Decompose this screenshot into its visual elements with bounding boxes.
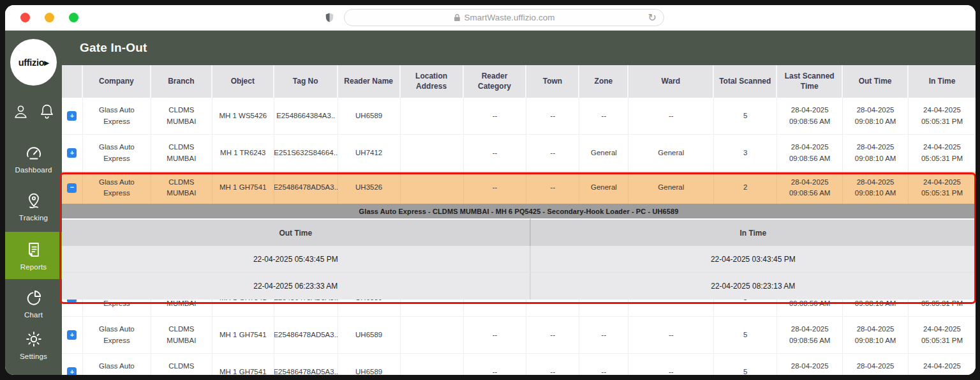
- sidebar-item-label: Tracking: [19, 214, 48, 222]
- detail-column-in-time: In Time: [531, 218, 976, 246]
- expand-row-button[interactable]: +: [67, 300, 77, 303]
- column-header[interactable]: Last Scanned Time: [777, 65, 843, 98]
- cell: 28-04-2025 09:08:56 AM: [777, 172, 843, 204]
- minimize-window-button[interactable]: [45, 13, 54, 22]
- user-icon[interactable]: [11, 103, 30, 120]
- cell: Glass Auto Express: [83, 317, 151, 354]
- dashboard-speedometer-icon: [24, 143, 44, 162]
- expand-row-button[interactable]: +: [67, 330, 77, 340]
- cell: UH3526: [338, 172, 401, 204]
- page-title: Gate In-Out: [62, 31, 976, 65]
- cell: --: [579, 354, 628, 375]
- cell: CLDMS MUMBAI: [151, 300, 212, 317]
- column-header[interactable]: Out Time: [843, 65, 909, 98]
- cell: UH6589: [338, 317, 401, 354]
- cell: MH 1 GH7541: [212, 172, 274, 204]
- sidebar-item-reports[interactable]: Reports: [5, 232, 62, 279]
- column-header[interactable]: Company: [83, 65, 151, 98]
- detail-out-time-value: 22-04-2025 05:43:45 PM: [62, 246, 531, 273]
- sidebar-item-label: Reports: [20, 263, 47, 271]
- sidebar-item-dashboard[interactable]: Dashboard: [5, 143, 62, 174]
- cell: UH6589: [338, 354, 401, 375]
- cell: --: [464, 135, 527, 172]
- sidebar-item-label: Dashboard: [15, 166, 52, 174]
- cell: [401, 172, 464, 204]
- cell: E25486478AD5A3..: [274, 172, 338, 204]
- cell: MH 1 GH7541: [212, 354, 274, 375]
- column-header[interactable]: In Time: [909, 65, 976, 98]
- shield-icon[interactable]: [324, 11, 335, 24]
- gate-in-out-table: +Glass Auto ExpressCLDMS MUMBAIMH 1 WS54…: [62, 98, 976, 375]
- cell: E2548664384A3..: [274, 98, 338, 135]
- cell: 28-04-2025 09:08:10 AM: [843, 354, 909, 375]
- detail-title: Glass Auto Express - CLDMS MUMBAI - MH 6…: [62, 204, 976, 218]
- column-header[interactable]: Reader Name: [338, 65, 401, 98]
- cell: --: [628, 354, 714, 375]
- cell: 28-04-2025 09:08:56 AM: [777, 354, 843, 375]
- column-header[interactable]: Reader Category: [464, 65, 527, 98]
- cell: --: [579, 300, 628, 317]
- table-row: +Glass Auto ExpressCLDMS MUMBAIMH 1 WS54…: [62, 98, 976, 135]
- cell: 28-04-2025 09:08:56 AM: [777, 300, 843, 317]
- cell: Glass Auto Express: [83, 172, 151, 204]
- sidebar-item-settings[interactable]: Settings: [5, 330, 62, 360]
- column-header[interactable]: Town: [526, 65, 579, 98]
- column-header[interactable]: Branch: [151, 65, 212, 98]
- table-header-row: CompanyBranchObjectTag NoReader NameLoca…: [62, 65, 976, 98]
- cell: 24-04-2025 05:05:31 PM: [909, 135, 976, 172]
- expand-row-button[interactable]: +: [67, 367, 77, 375]
- cell: Glass Auto Express: [83, 98, 151, 135]
- detail-in-time-value: 22-04-2025 08:23:13 AM: [531, 273, 976, 300]
- sidebar-item-tracking[interactable]: Tracking: [5, 191, 62, 222]
- cell: --: [464, 98, 527, 135]
- cell: --: [628, 98, 714, 135]
- cell: MH 1 GH7541: [212, 317, 274, 354]
- column-header[interactable]: Location Address: [401, 65, 464, 98]
- column-header[interactable]: Tag No: [274, 65, 338, 98]
- cell: Glass Auto Express: [83, 300, 151, 317]
- close-window-button[interactable]: [20, 13, 30, 22]
- cell: UH6589: [338, 98, 401, 135]
- cell: --: [526, 317, 579, 354]
- cell: General: [628, 135, 714, 172]
- sidebar: uffizio▸: [5, 31, 62, 375]
- sidebar-item-label: Settings: [20, 353, 47, 360]
- cell: 5: [714, 300, 777, 317]
- cell: 28-04-2025 09:08:56 AM: [777, 98, 843, 135]
- expand-row-button[interactable]: +: [67, 148, 77, 158]
- cell: 5: [714, 354, 777, 375]
- sidebar-item-chart[interactable]: Chart: [5, 288, 62, 319]
- refresh-icon[interactable]: ↻: [648, 10, 657, 26]
- column-header[interactable]: Ward: [628, 65, 714, 98]
- cell: CLDMS MUMBAI: [151, 354, 212, 375]
- cell: Glass Auto Express: [83, 135, 151, 172]
- column-header[interactable]: Total Scanned: [714, 65, 777, 98]
- table-row: +Glass Auto ExpressCLDMS MUMBAIMH 1 TR62…: [62, 135, 976, 172]
- column-header[interactable]: Zone: [579, 65, 628, 98]
- cell: 28-04-2025 09:08:10 AM: [843, 135, 909, 172]
- column-header[interactable]: [62, 65, 83, 98]
- cell: 24-04-2025 05:05:31 PM: [909, 317, 976, 354]
- chart-pie-icon: [24, 288, 43, 307]
- address-bar[interactable]: SmartWaste.uffizio.com ↻: [344, 9, 664, 26]
- tracking-map-pin-icon: [25, 191, 43, 210]
- expand-row-button[interactable]: +: [67, 111, 77, 121]
- cell: 5: [714, 317, 777, 354]
- column-header[interactable]: Object: [212, 65, 274, 98]
- cell: E251S632S84664..: [274, 135, 338, 172]
- browser-toolbar: SmartWaste.uffizio.com ↻: [5, 5, 976, 31]
- cell: [401, 354, 464, 375]
- cell: 3: [714, 135, 777, 172]
- cell: --: [526, 354, 579, 375]
- zoom-window-button[interactable]: [69, 13, 78, 22]
- cell: UH6589: [338, 300, 401, 317]
- address-text: SmartWaste.uffizio.com: [464, 13, 555, 22]
- cell: [401, 98, 464, 135]
- collapse-row-button[interactable]: −: [67, 183, 77, 193]
- uffizio-logo: uffizio▸: [10, 39, 57, 86]
- cell: [401, 300, 464, 317]
- cell: 2: [714, 172, 777, 204]
- notifications-bell-icon[interactable]: [38, 103, 56, 120]
- expanded-row-details: Glass Auto Express - CLDMS MUMBAI - MH 6…: [62, 204, 976, 300]
- cell: --: [628, 317, 714, 354]
